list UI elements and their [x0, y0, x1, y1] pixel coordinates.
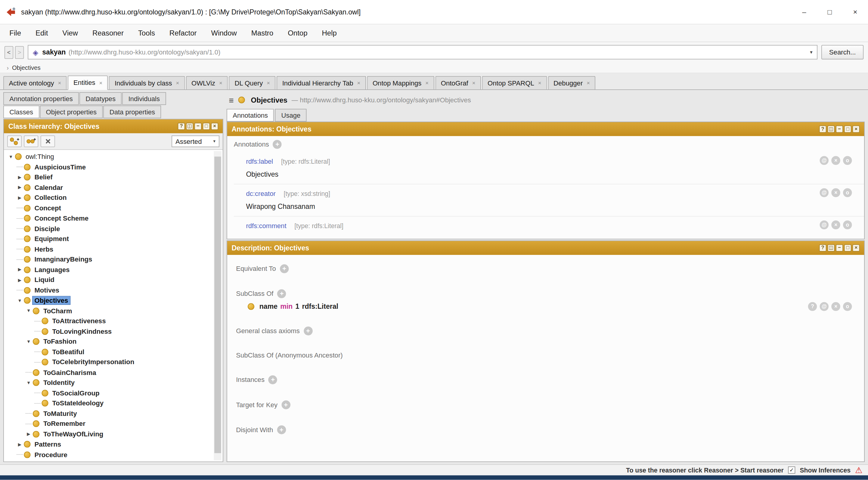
tree-row[interactable]: ToAttractiveness [4, 316, 213, 326]
tree-toggle-icon[interactable]: ▶ [25, 429, 32, 439]
tree-item-label[interactable]: ImanginaryBeings [33, 256, 94, 263]
subtab[interactable]: Individuals [122, 92, 166, 105]
tree-item-label[interactable]: Procedure [33, 451, 69, 459]
panel-maximize-icon[interactable]: □ [844, 244, 851, 252]
tree-toggle-icon[interactable]: ▶ [16, 439, 24, 450]
tree-toggle-icon[interactable] [34, 398, 41, 408]
tree-item-label[interactable]: Liquid [33, 276, 56, 284]
tree-row[interactable]: ▶ Belief [4, 172, 213, 182]
tree-item-label[interactable]: ToStateIdeology [51, 399, 105, 407]
tab-close-icon[interactable]: × [425, 80, 429, 86]
panel-close-icon[interactable]: × [852, 244, 860, 252]
tree-row[interactable]: ToStateIdeology [4, 398, 213, 408]
tree-row[interactable]: ToMaturity [4, 408, 213, 419]
tree-row[interactable]: ▶ Liquid [4, 275, 213, 285]
menu-item[interactable]: Tools [131, 24, 162, 41]
subtab[interactable]: Annotation properties [3, 92, 79, 105]
delete-icon[interactable]: × [831, 188, 840, 197]
tree-item-label[interactable]: ToIdentity [41, 379, 76, 387]
main-tab[interactable]: Ontop SPARQL × [482, 76, 547, 89]
edit-icon[interactable]: o [843, 302, 852, 311]
annotation-property[interactable]: rdfs:comment [246, 222, 286, 230]
tree-row[interactable]: Concept [4, 203, 213, 213]
menu-item[interactable]: Edit [28, 24, 55, 41]
menu-item[interactable]: Ontop [280, 24, 314, 41]
tree-toggle-icon[interactable] [25, 367, 32, 378]
tree-item-label[interactable]: ToGainCharisma [41, 369, 98, 377]
menu-item[interactable]: Mastro [244, 24, 280, 41]
tree-scrollbar[interactable] [214, 151, 221, 460]
tree-toggle-icon[interactable]: ▼ [16, 295, 24, 306]
tree-toggle-icon[interactable]: ▶ [16, 264, 24, 275]
tree-toggle-icon[interactable] [34, 347, 41, 357]
tab-close-icon[interactable]: × [587, 80, 590, 86]
main-tab[interactable]: Ontop Mappings × [367, 76, 434, 89]
panel-float-icon[interactable]: ◫ [827, 244, 835, 252]
panel-close-icon[interactable]: × [211, 123, 218, 130]
add-disjoint-icon[interactable]: + [277, 425, 286, 434]
breadcrumb-item[interactable]: Objectives [12, 64, 41, 71]
tree-row[interactable]: ToLovingKindness [4, 326, 213, 337]
back-button[interactable]: < [4, 46, 13, 58]
close-button[interactable]: × [842, 0, 868, 24]
tree-item-label[interactable]: ToCharm [41, 307, 74, 315]
add-equivalent-icon[interactable]: + [280, 264, 289, 273]
tree-toggle-icon[interactable] [16, 234, 24, 244]
tree-item-label[interactable]: Patterns [33, 441, 63, 448]
add-subclassof-icon[interactable]: + [277, 289, 286, 298]
tree-item-label[interactable]: ToFashion [41, 338, 78, 346]
search-button[interactable]: Search... [822, 45, 864, 59]
edit-icon[interactable]: o [843, 188, 852, 197]
tree-row[interactable]: Disciple [4, 224, 213, 234]
panel-minimize-icon[interactable]: − [836, 126, 843, 133]
tree-row[interactable]: ▼ owl:Thing [4, 152, 213, 162]
main-tab[interactable]: OWLViz × [186, 76, 228, 89]
tree-row[interactable]: ▶ ToTheWayOfLiving [4, 429, 213, 439]
tree-row[interactable]: Concept Scheme [4, 213, 213, 224]
tree-toggle-icon[interactable]: ▶ [16, 275, 24, 285]
tree-toggle-icon[interactable] [34, 326, 41, 337]
menu-item[interactable]: View [55, 24, 85, 41]
tree-row[interactable]: Herbs [4, 244, 213, 254]
show-inferences-checkbox[interactable]: ✓ [788, 467, 796, 474]
menu-item[interactable]: Refactor [162, 24, 204, 41]
tree-toggle-icon[interactable] [16, 213, 24, 224]
tree-row[interactable]: ▼ ToIdentity [4, 378, 213, 388]
annotation-value[interactable] [246, 235, 781, 239]
panel-help-icon[interactable]: ? [178, 123, 185, 130]
panel-float-icon[interactable]: ◫ [827, 126, 835, 133]
menu-item[interactable]: File [2, 24, 28, 41]
tab-close-icon[interactable]: × [219, 80, 222, 86]
tree-item-label[interactable]: Equipment [33, 235, 70, 243]
tree-toggle-icon[interactable]: ▼ [25, 378, 32, 388]
tree-toggle-icon[interactable] [16, 254, 24, 264]
subtab[interactable]: Object properties [40, 106, 103, 118]
tree-item-label[interactable]: Objectives [33, 297, 70, 305]
subtab[interactable]: Classes [3, 106, 39, 118]
delete-icon[interactable]: × [831, 156, 840, 165]
tree-toggle-icon[interactable] [16, 450, 24, 460]
delete-icon[interactable]: × [831, 302, 840, 311]
dropdown-caret-icon[interactable]: ▾ [805, 50, 812, 55]
annotation-property[interactable]: rdfs:label [246, 158, 273, 165]
tree-item-label[interactable]: AuspiciousTime [33, 163, 88, 171]
main-tab[interactable]: Individual Hierarchy Tab × [277, 76, 366, 89]
tree-row[interactable]: ▼ ToCharm [4, 306, 213, 316]
tree-item-label[interactable]: ToBeatiful [51, 348, 86, 356]
hamburger-icon[interactable]: ≡ [229, 95, 234, 104]
panel-float-icon[interactable]: ◫ [186, 123, 193, 130]
tree-row[interactable]: ToGainCharisma [4, 367, 213, 378]
tree-toggle-icon[interactable] [34, 316, 41, 326]
tree-item-label[interactable]: ToRemember [41, 420, 87, 428]
panel-help-icon[interactable]: ? [819, 126, 827, 133]
tree-toggle-icon[interactable] [16, 224, 24, 234]
tab-close-icon[interactable]: × [176, 80, 179, 86]
forward-button[interactable]: > [15, 46, 24, 58]
subtab[interactable]: Data properties [103, 106, 161, 118]
main-tab[interactable]: Individuals by class × [109, 76, 185, 89]
tree-item-label[interactable]: Concept [33, 204, 63, 212]
add-subclass-button[interactable] [7, 135, 22, 147]
tree-item-label[interactable]: ToLovingKindness [51, 327, 114, 335]
panel-maximize-icon[interactable]: □ [844, 126, 851, 133]
tree-toggle-icon[interactable] [16, 285, 24, 295]
